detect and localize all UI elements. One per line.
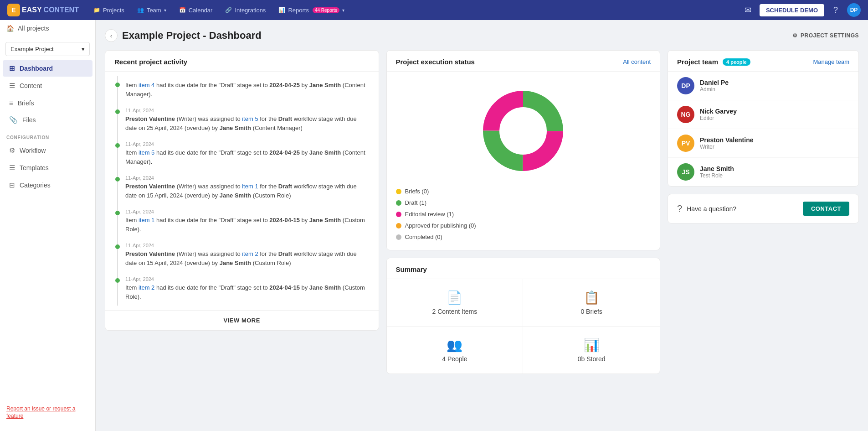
member-name-dp: Daniel Pe [700,79,729,86]
legend-item-editorial: Editorial review (1) [396,208,651,220]
user-avatar[interactable]: DP [847,3,861,17]
schedule-demo-button[interactable]: SCHEDULE DEMO [760,4,824,16]
middle-column: Project execution status All content [386,50,661,374]
summary-stored: 📊 0b Stored [523,327,660,374]
sidebar-item-templates[interactable]: ☰ Templates [3,160,92,176]
people-icon: 👥 [396,338,514,353]
team-member-ng: NG Nick Garvey Editor [668,100,858,129]
avatar-dp: DP [677,77,694,94]
projects-icon: 📁 [93,7,100,13]
briefs-icon: ≡ [9,99,13,107]
nav-reports[interactable]: 📊 Reports 44 Reports ▾ [273,4,349,16]
execution-status-card: Project execution status All content [386,50,661,250]
member-role-js: Test Role [700,172,734,179]
team-icon: 👥 [137,7,144,13]
project-selector[interactable]: Example Project ▾ [5,42,90,56]
back-button[interactable]: ‹ [105,29,118,42]
activity-item: 11-Apr, 2024 Preston Valentine (Writer) … [117,171,370,204]
gear-icon: ⚙ [792,32,798,39]
avatar-pv: PV [677,135,694,152]
help-icon[interactable]: ? [829,3,842,17]
editorial-dot [396,212,401,217]
files-icon: 📎 [9,116,18,124]
sidebar-item-workflow[interactable]: ⚙ Workflow [3,142,92,159]
summary-header: Summary [387,258,660,279]
content-items-label: 2 Content Items [396,308,514,315]
activity-item: 11-Apr, 2024 Preston Valentine (Writer) … [117,103,370,137]
member-role-pv: Writer [700,144,753,150]
layout: 🏠 All projects Example Project ▾ ⊞ Dashb… [0,20,868,431]
summary-people: 👥 4 People [387,327,524,374]
activity-list: Item item 4 had its due date for the "Dr… [105,72,379,310]
contact-label: Have a question? [687,205,736,213]
content-items-icon: 📄 [396,290,514,305]
team-member-pv: PV Preston Valentine Writer [668,129,858,158]
execution-status-header: Project execution status All content [387,51,660,72]
manage-team-link[interactable]: Manage team [813,58,850,65]
view-more-button[interactable]: VIEW MORE [105,310,379,330]
page-header: ‹ Example Project - Dashboard ⚙ PROJECT … [105,29,859,42]
right-column: Project team 4 people Manage team DP Dan… [668,50,859,223]
content-icon: ☰ [9,82,15,90]
team-member-js: JS Jane Smith Test Role [668,158,858,186]
topnav: E EASY CONTENT 📁 Projects 👥 Team ▾ 📅 Cal… [0,0,868,20]
question-icon: ? [677,203,682,214]
sidebar-item-dashboard[interactable]: ⊞ Dashboard [3,60,92,77]
activity-item: 11-Apr, 2024 Preston Valentine (Writer) … [117,238,370,272]
item1-link-2[interactable]: item 1 [139,217,154,223]
item4-link[interactable]: item 4 [139,82,154,88]
approved-dot [396,223,401,228]
sidebar-item-files[interactable]: 📎 Files [3,112,92,128]
reports-chevron-icon: ▾ [342,8,344,13]
nav-calendar[interactable]: 📅 Calendar [174,4,218,16]
sidebar-item-briefs[interactable]: ≡ Briefs [3,95,92,111]
all-projects-link[interactable]: 🏠 All projects [0,20,95,36]
summary-briefs: 📋 0 Briefs [523,279,660,327]
activity-item: 11-Apr, 2024 Item item 5 had its due dat… [117,137,370,171]
all-content-link[interactable]: All content [623,58,651,65]
people-badge: 4 people [723,58,750,66]
calendar-icon: 📅 [179,7,186,13]
legend-item-briefs: Briefs (0) [396,186,651,197]
mail-icon[interactable]: ✉ [741,3,755,17]
reports-badge: 44 Reports [313,7,339,13]
logo-easy: EASY [22,6,42,14]
nav-integrations[interactable]: 🔗 Integrations [220,4,271,16]
item5-link-2[interactable]: item 5 [139,149,154,156]
member-name-ng: Nick Garvey [700,108,737,115]
main-content: ‹ Example Project - Dashboard ⚙ PROJECT … [96,20,868,431]
sidebar-item-categories[interactable]: ⊟ Categories [3,177,92,193]
item5-link-1[interactable]: item 5 [242,115,258,122]
nav-projects[interactable]: 📁 Projects [88,4,130,16]
member-role-dp: Admin [700,86,729,93]
contact-button[interactable]: CONTACT [803,202,849,216]
config-section-label: CONFIGURATION [0,129,95,142]
team-chevron-icon: ▾ [164,8,166,13]
logo-content: CONTENT [44,6,79,14]
integrations-icon: 🔗 [225,7,232,13]
sidebar-item-content[interactable]: ☰ Content [3,78,92,94]
dashboard-icon: ⊞ [9,64,15,73]
templates-icon: ☰ [9,164,15,172]
logo[interactable]: E EASY CONTENT [7,4,79,16]
nav-team[interactable]: 👥 Team ▾ [132,4,172,16]
reports-icon: 📊 [278,7,285,13]
avatar-js: JS [677,163,694,181]
item1-link-1[interactable]: item 1 [242,183,258,190]
donut-svg [478,85,569,177]
home-icon: 🏠 [6,25,14,32]
team-title: Project team [677,58,718,66]
briefs-label: 0 Briefs [532,308,651,315]
activity-card: Recent project activity Item item 4 had … [105,50,379,331]
report-issue-link[interactable]: Report an issue or request a feature [6,405,75,419]
item2-link-1[interactable]: item 2 [242,250,258,257]
avatar-ng: NG [677,106,694,123]
categories-icon: ⊟ [9,181,15,189]
page-title-row: ‹ Example Project - Dashboard [105,29,262,42]
project-settings-button[interactable]: ⚙ PROJECT SETTINGS [792,32,859,39]
item2-link-2[interactable]: item 2 [139,284,154,291]
briefs-dot [396,189,401,194]
topnav-right: ✉ SCHEDULE DEMO ? DP [741,3,861,17]
execution-status-title: Project execution status [396,58,475,66]
svg-point-2 [500,108,546,154]
